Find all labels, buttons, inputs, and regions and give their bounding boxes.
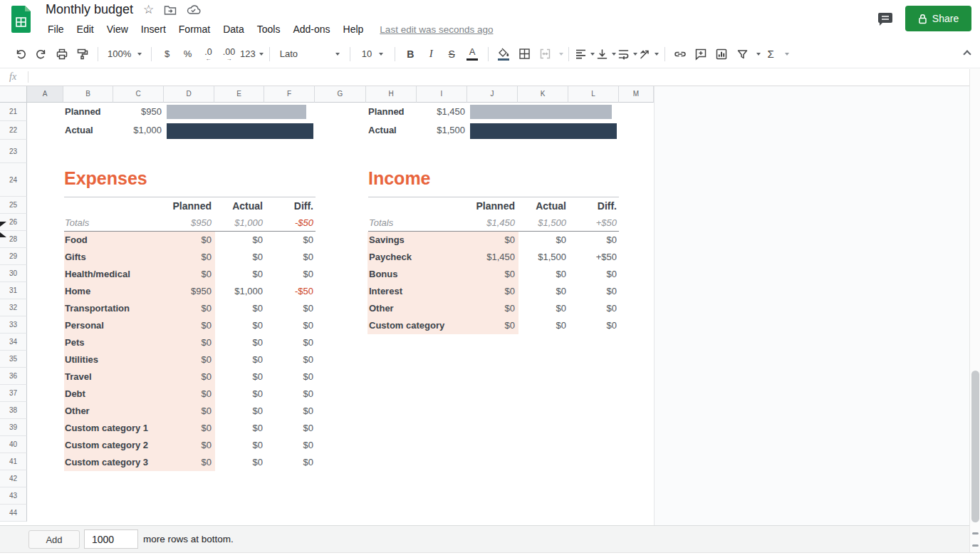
row-header-29[interactable]: 29 (0, 248, 27, 265)
row-header-34[interactable]: 34 (0, 334, 27, 351)
paint-format-button[interactable] (73, 45, 92, 63)
totals-diff[interactable]: -$50 (295, 215, 313, 232)
planned-cell[interactable]: $1,450 (486, 249, 515, 266)
vertical-align-button[interactable] (596, 45, 616, 63)
actual-cell[interactable]: $0 (253, 403, 263, 420)
diff-cell[interactable]: $0 (303, 266, 313, 283)
actual-cell[interactable]: $0 (253, 317, 263, 334)
totals-planned[interactable]: $1,450 (486, 215, 515, 232)
planned-cell[interactable]: $0 (202, 437, 212, 454)
insert-link-button[interactable] (671, 45, 690, 63)
share-button[interactable]: Share (905, 6, 971, 31)
row-header-44[interactable]: 44 (0, 505, 27, 522)
column-header-A[interactable]: A (27, 86, 63, 103)
zoom-select[interactable]: 100% (104, 45, 145, 63)
column-header-K[interactable]: K (518, 86, 568, 103)
planned-cell[interactable]: $0 (505, 300, 515, 317)
cell[interactable]: $1,000 (64, 121, 162, 140)
actual-cell[interactable]: $1,500 (538, 249, 566, 266)
column-header-C[interactable]: C (113, 86, 164, 103)
category-cell[interactable]: Other (65, 403, 90, 420)
row-header-24[interactable]: 24 (0, 163, 27, 197)
text-rotation-button[interactable] (639, 45, 659, 63)
cell[interactable]: $1,500 (368, 121, 465, 140)
diff-cell[interactable]: $0 (303, 300, 313, 317)
row-header-43[interactable]: 43 (0, 487, 27, 505)
column-header-E[interactable]: E (214, 86, 264, 103)
scrollbar-thumb[interactable] (971, 371, 979, 522)
actual-cell[interactable]: $0 (556, 232, 566, 249)
actual-cell[interactable]: $0 (556, 300, 566, 317)
text-color-button[interactable]: A (463, 45, 482, 63)
diff-cell[interactable]: $0 (607, 300, 617, 317)
menu-insert[interactable]: Insert (135, 21, 172, 37)
diff-cell[interactable]: $0 (303, 420, 313, 437)
column-header-L[interactable]: L (568, 86, 619, 103)
horizontal-align-button[interactable] (575, 45, 595, 63)
totals-actual[interactable]: $1,000 (234, 215, 263, 232)
document-title[interactable]: Monthly budget (46, 2, 133, 17)
diff-cell[interactable]: $0 (303, 437, 313, 454)
number-format-select[interactable]: 123 (240, 45, 264, 63)
diff-cell[interactable]: $0 (303, 351, 313, 368)
totals-planned[interactable]: $950 (191, 215, 212, 232)
category-cell[interactable]: Custom category 3 (65, 454, 148, 471)
strikethrough-button[interactable]: S (442, 45, 462, 63)
row-header-41[interactable]: 41 (0, 453, 27, 470)
hidden-row-marker[interactable] (0, 222, 6, 227)
category-cell[interactable]: Pets (65, 334, 84, 351)
column-header-F[interactable]: F (264, 86, 315, 103)
row-header-31[interactable]: 31 (0, 282, 27, 299)
increase-decimal-button[interactable]: .00→ (219, 45, 239, 63)
planned-cell[interactable]: $0 (202, 403, 212, 420)
actual-cell[interactable]: $0 (253, 334, 263, 351)
undo-button[interactable] (11, 45, 30, 63)
scrollbar-nub[interactable] (972, 544, 979, 547)
planned-cell[interactable]: $0 (505, 266, 515, 283)
comment-history-button[interactable] (876, 10, 895, 27)
row-header-35[interactable]: 35 (0, 351, 27, 368)
scrollbar-nub[interactable] (972, 532, 979, 534)
column-header-J[interactable]: J (467, 86, 518, 103)
diff-cell[interactable]: $0 (303, 334, 313, 351)
diff-cell[interactable]: +$50 (596, 249, 617, 266)
column-header-M[interactable]: M (619, 86, 654, 103)
decrease-decimal-button[interactable]: .0← (199, 45, 218, 63)
diff-cell[interactable]: $0 (303, 317, 313, 334)
fill-color-button[interactable] (494, 45, 514, 63)
bold-button[interactable]: B (401, 45, 420, 63)
font-size-select[interactable]: 10 (356, 45, 389, 63)
add-rows-button[interactable]: Add (28, 530, 80, 549)
column-header-D[interactable]: D (164, 86, 214, 103)
category-cell[interactable]: Custom category (369, 317, 444, 334)
category-cell[interactable]: Personal (65, 317, 104, 334)
rows-count-input[interactable] (84, 529, 138, 549)
planned-cell[interactable]: $0 (202, 386, 212, 403)
actual-cell[interactable]: $0 (253, 386, 263, 403)
menu-addons[interactable]: Add-ons (286, 21, 336, 37)
row-header-42[interactable]: 42 (0, 470, 27, 487)
diff-cell[interactable]: -$50 (295, 283, 313, 300)
diff-cell[interactable]: $0 (303, 403, 313, 420)
actual-cell[interactable]: $0 (253, 351, 263, 368)
category-cell[interactable]: Home (65, 283, 90, 300)
diff-cell[interactable]: $0 (607, 232, 617, 249)
category-cell[interactable]: Interest (369, 283, 402, 300)
insert-chart-button[interactable] (712, 45, 731, 63)
row-header-30[interactable]: 30 (0, 265, 27, 282)
row-header-23[interactable]: 23 (0, 140, 27, 163)
planned-cell[interactable]: $0 (202, 300, 212, 317)
text-wrap-button[interactable] (617, 45, 637, 63)
row-header-32[interactable]: 32 (0, 299, 27, 316)
diff-cell[interactable]: $0 (607, 317, 617, 334)
select-all-corner[interactable] (0, 86, 27, 103)
totals-actual[interactable]: $1,500 (538, 215, 566, 232)
diff-cell[interactable]: $0 (303, 232, 313, 249)
currency-format-button[interactable]: $ (157, 45, 177, 63)
actual-cell[interactable]: $0 (253, 368, 263, 386)
category-cell[interactable]: Transportation (65, 300, 130, 317)
functions-button[interactable]: Σ (761, 45, 781, 63)
totals-diff[interactable]: +$50 (596, 215, 617, 232)
actual-cell[interactable]: $0 (253, 232, 263, 249)
row-header-33[interactable]: 33 (0, 316, 27, 334)
